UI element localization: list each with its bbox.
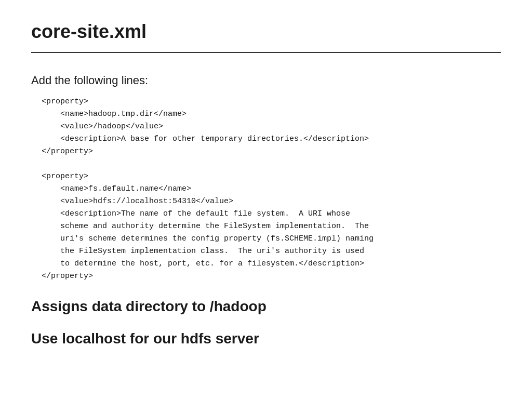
xml-code-block: <property> <name>hadoop.tmp.dir</name> <… bbox=[42, 96, 501, 283]
annotation-localhost: Use localhost for our hdfs server bbox=[31, 330, 501, 347]
page-title: core-site.xml bbox=[31, 21, 501, 53]
intro-text: Add the following lines: bbox=[31, 74, 501, 87]
annotation-hadoop: Assigns data directory to /hadoop bbox=[31, 298, 501, 315]
